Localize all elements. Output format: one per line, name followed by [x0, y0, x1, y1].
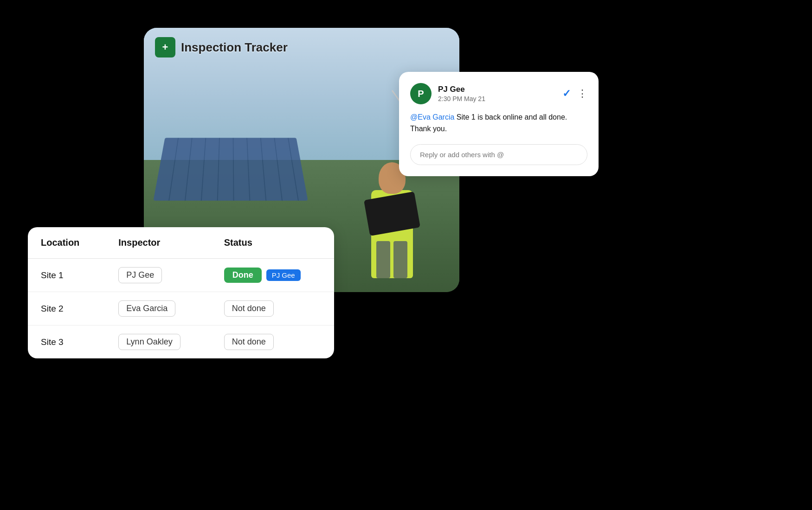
cell-inspector-1: PJ Gee [105, 259, 211, 292]
cell-status-1: Done PJ Gee [211, 259, 334, 292]
cell-location-3: Site 3 [28, 325, 105, 359]
tracker-icon: + [155, 37, 175, 57]
comment-actions: ✓ ⋮ [562, 88, 587, 100]
data-table: Location Inspector Status Site 1 PJ Gee … [28, 227, 334, 358]
person-leg-left [376, 241, 390, 278]
status-badge-notdone-3: Not done [224, 334, 274, 350]
person-leg-right [393, 241, 407, 278]
reply-input[interactable] [410, 144, 587, 165]
cell-location-2: Site 2 [28, 292, 105, 325]
tracker-icon-symbol: + [162, 41, 168, 53]
status-cell-1: Done PJ Gee [224, 268, 321, 283]
cell-inspector-3: Lynn Oakley [105, 325, 211, 359]
mention-tag: @Eva Garcia [410, 113, 454, 121]
table-row: Site 1 PJ Gee Done PJ Gee [28, 259, 334, 292]
comment-card: P PJ Gee 2:30 PM May 21 ✓ ⋮ @Eva Garcia … [399, 72, 599, 176]
cell-location-1: Site 1 [28, 259, 105, 292]
tracker-header: + Inspection Tracker [155, 37, 288, 57]
commenter-name: PJ Gee [438, 85, 556, 94]
col-header-status: Status [211, 227, 334, 259]
col-header-location: Location [28, 227, 105, 259]
status-badge-done: Done [224, 268, 262, 283]
col-header-inspector: Inspector [105, 227, 211, 259]
commenter-avatar: P [410, 83, 432, 104]
cell-status-2: Not done [211, 292, 334, 325]
inspector-pill-2[interactable]: Eva Garcia [118, 300, 175, 317]
table-body: Site 1 PJ Gee Done PJ Gee Site 2 [28, 259, 334, 359]
user-tag-pjgee: PJ Gee [266, 269, 301, 281]
cell-status-3: Not done [211, 325, 334, 359]
comment-meta: PJ Gee 2:30 PM May 21 [438, 85, 556, 102]
inspector-pill-3[interactable]: Lynn Oakley [118, 334, 180, 350]
status-badge-notdone-2: Not done [224, 300, 274, 317]
table-header-row: Location Inspector Status [28, 227, 334, 259]
scene: + Inspection Tracker P PJ Gee 2:30 PM Ma… [0, 0, 812, 510]
comment-header: P PJ Gee 2:30 PM May 21 ✓ ⋮ [410, 83, 587, 104]
table-row: Site 3 Lynn Oakley Not done [28, 325, 334, 359]
comment-body: @Eva Garcia Site 1 is back online and al… [410, 112, 587, 135]
table-card: Location Inspector Status Site 1 PJ Gee … [28, 227, 334, 358]
tracker-title: Inspection Tracker [181, 40, 288, 55]
more-options-icon[interactable]: ⋮ [577, 88, 587, 100]
comment-timestamp: 2:30 PM May 21 [438, 95, 556, 102]
check-icon[interactable]: ✓ [562, 88, 571, 100]
solar-panels [153, 138, 308, 200]
cell-inspector-2: Eva Garcia [105, 292, 211, 325]
table-row: Site 2 Eva Garcia Not done [28, 292, 334, 325]
inspector-pill-1[interactable]: PJ Gee [118, 267, 162, 283]
table-header: Location Inspector Status [28, 227, 334, 259]
